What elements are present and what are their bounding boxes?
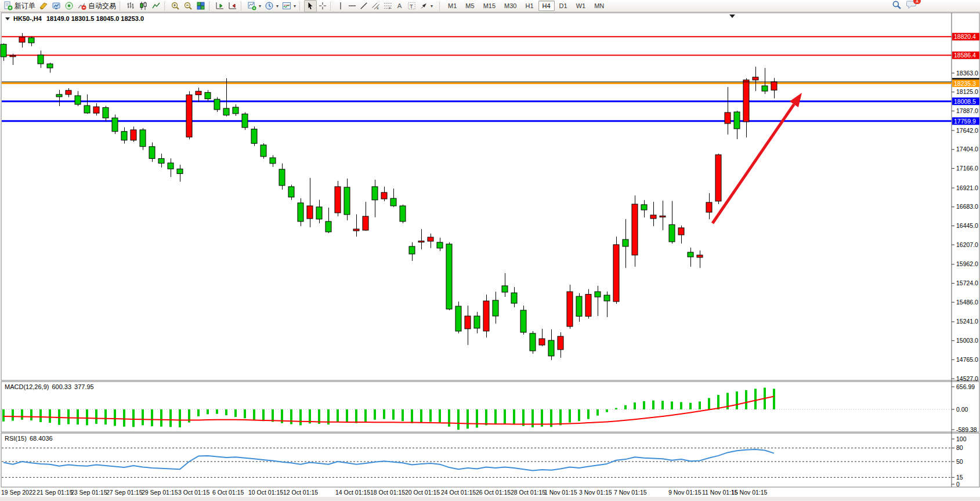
text-label-icon: T [407, 2, 416, 10]
chart-shift-button[interactable] [226, 1, 239, 12]
toolbar-separator [299, 2, 302, 10]
macd-tick-label: 656.99 [956, 383, 975, 390]
label-tool-button[interactable]: T [406, 1, 418, 12]
crosshair-icon [319, 2, 327, 10]
trendline-icon [360, 2, 368, 10]
time-tick-label: 9 Nov 01:15 [668, 489, 701, 496]
notification-badge: 1 [913, 0, 921, 4]
chevron-down-icon: ▾ [259, 3, 261, 9]
timeframe-M5[interactable]: M5 [461, 1, 478, 11]
toolbar-separator [241, 2, 244, 10]
toolbar-separator [209, 2, 212, 10]
candle-chart-button[interactable] [137, 1, 150, 12]
timeframe-H1[interactable]: H1 [521, 1, 537, 11]
channel-tool-button[interactable]: E [370, 1, 382, 12]
time-tick-label: 3 Oct 01:15 [178, 489, 209, 496]
timeframe-H4[interactable]: H4 [538, 1, 555, 11]
time-axis[interactable]: 19 Sep 202221 Sep 01:1523 Sep 01:1527 Se… [0, 489, 980, 501]
bar-chart-icon [126, 1, 135, 10]
auto-scroll-button[interactable] [214, 1, 226, 12]
search-icon [892, 0, 902, 10]
terminal-button[interactable] [50, 1, 63, 12]
chart-canvas[interactable]: 18253.0 18363.018125.017887.017642.01740… [0, 0, 980, 501]
time-tick-label: 26 Oct 01:15 [476, 489, 511, 496]
search-button[interactable] [892, 0, 902, 12]
autotrading-icon [77, 1, 86, 10]
rsi-tick-label: 80 [956, 444, 963, 451]
timeframe-group: M1M5M15M30H1H4D1W1MN [444, 1, 608, 11]
chevron-down-icon: ▾ [276, 3, 279, 9]
arrows-shapes-icon [420, 2, 428, 10]
auto-scroll-icon [215, 1, 225, 10]
price-tick-label: 15724.0 [956, 279, 978, 286]
zoom-in-button[interactable] [169, 1, 182, 12]
tile-windows-icon [196, 1, 205, 10]
horizontal-line-icon [348, 2, 356, 10]
new-chart-icon [247, 1, 256, 10]
svg-text:18820.4: 18820.4 [954, 33, 976, 40]
price-tick-label: 17404.0 [956, 146, 978, 153]
chevron-down-icon: ▾ [431, 3, 433, 9]
timeframe-M1[interactable]: M1 [444, 1, 461, 11]
price-tick-label: 16445.0 [956, 222, 978, 229]
time-tick-label: 3 Nov 01:15 [579, 489, 612, 496]
cursor-icon [306, 2, 314, 10]
toolbar: 新订单 自动交易 [0, 0, 980, 12]
price-tick-label: 15003.0 [956, 337, 978, 344]
text-icon: A [396, 2, 404, 10]
timeframe-M30[interactable]: M30 [500, 1, 520, 11]
rsi-panel[interactable] [1, 433, 979, 487]
zoom-out-button[interactable] [182, 1, 194, 12]
svg-text:E: E [377, 6, 379, 10]
shapes-dropdown[interactable]: ▾ [418, 1, 435, 12]
autotrading-label: 自动交易 [88, 1, 116, 11]
svg-text:T: T [410, 3, 413, 9]
time-tick-label: 12 Oct 01:15 [283, 489, 318, 496]
crosshair-tool-button[interactable] [317, 1, 328, 12]
horizontal-line-tool-button[interactable] [346, 1, 358, 12]
line-chart-button[interactable] [150, 1, 162, 12]
price-tick-label: 18125.0 [956, 88, 978, 95]
vertical-line-tool-button[interactable] [335, 1, 346, 12]
text-tool-button[interactable]: A [394, 1, 406, 12]
vertical-line-icon [337, 2, 345, 10]
main-chart-panel[interactable] [1, 13, 979, 380]
toolbar-separator [330, 2, 333, 10]
tile-windows-button[interactable] [194, 1, 207, 12]
price-tick-label: 15241.0 [956, 318, 978, 325]
fibonacci-tool-button[interactable]: F [382, 1, 394, 12]
metaeditor-button[interactable] [37, 1, 50, 12]
price-tick-label: 16683.0 [956, 203, 978, 210]
price-tick-label: 15486.0 [956, 299, 978, 306]
timeframe-MN[interactable]: MN [590, 1, 608, 11]
timeframe-W1[interactable]: W1 [572, 1, 590, 11]
svg-text:18586.4: 18586.4 [954, 52, 976, 59]
timeframe-M15[interactable]: M15 [479, 1, 500, 11]
rsi-tick-label: 50 [956, 458, 963, 465]
time-tick-label: 21 Sep 01:15 [37, 489, 73, 496]
cursor-tool-button[interactable] [304, 0, 317, 12]
svg-text:18235.3: 18235.3 [954, 80, 976, 87]
bar-chart-button[interactable] [124, 1, 137, 12]
price-tick-label: 16207.0 [956, 241, 978, 248]
time-tick-label: 19 Sep 2022 [1, 489, 36, 496]
zoom-out-icon [183, 1, 193, 10]
new-order-button[interactable]: 新订单 [2, 1, 37, 12]
autotrading-button[interactable]: 自动交易 [75, 1, 118, 12]
trendline-tool-button[interactable] [358, 1, 370, 12]
profiles-dropdown[interactable]: ▾ [263, 1, 280, 12]
indicators-dropdown[interactable]: ▾ [280, 1, 298, 12]
new-chart-dropdown[interactable]: ▾ [245, 1, 263, 12]
signals-button[interactable] [63, 1, 75, 12]
time-tick-label: 1 Nov 01:15 [544, 489, 577, 496]
price-tick-label: 14527.0 [956, 375, 978, 382]
time-tick-label: 23 Sep 01:15 [71, 489, 107, 496]
timeframe-D1[interactable]: D1 [555, 1, 572, 11]
price-tick-label: 17642.0 [956, 127, 978, 134]
price-tick-label: 15962.0 [956, 260, 978, 267]
time-tick-label: 18 Oct 01:15 [370, 489, 405, 496]
time-tick-label: 20 Oct 01:15 [405, 489, 440, 496]
line-chart-icon [151, 1, 161, 10]
notifications-button[interactable]: 1 [906, 0, 917, 12]
time-tick-label: 10 Oct 01:15 [248, 489, 283, 496]
